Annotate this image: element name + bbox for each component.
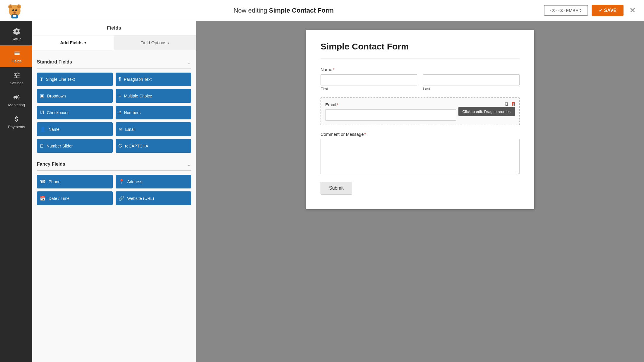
comment-label: Comment or Message* [321, 132, 520, 137]
form-preview-area: Simple Contact Form Name* First Last [196, 21, 644, 362]
sidebar-item-marketing[interactable]: Marketing [0, 89, 32, 111]
comment-textarea[interactable] [321, 139, 520, 174]
chevron-down-icon: ▾ [84, 41, 86, 45]
section-toggle-icon: ⌄ [187, 59, 191, 65]
delete-field-button[interactable]: 🗑 [511, 101, 516, 107]
sidebar-payments-label: Payments [8, 125, 25, 129]
fancy-fields-grid: ☎ Phone 📍 Address 📅 Date / Time 🔗 Websit… [37, 175, 191, 205]
click-to-edit-tooltip: Click to edit. Drag to reorder. [458, 107, 515, 116]
address-icon: 📍 [119, 179, 124, 184]
topbar-actions: </> </> EMBED ✓ SAVE ✕ [544, 5, 638, 16]
sidebar-item-fields[interactable]: Fields [0, 45, 32, 67]
dropdown-icon: ▣ [40, 93, 44, 99]
field-btn-dropdown[interactable]: ▣ Dropdown [37, 89, 113, 103]
fields-panel-title: Fields [32, 21, 196, 35]
paragraph-text-icon: ¶ [119, 77, 121, 82]
field-btn-single-line-text[interactable]: 𝐓 Single Line Text [37, 73, 113, 86]
page-title: Now editing Simple Contact Form [23, 7, 544, 14]
field-btn-date-time[interactable]: 📅 Date / Time [37, 191, 113, 205]
standard-fields-section-header[interactable]: Standard Fields ⌄ [37, 56, 191, 67]
first-name-label: First [321, 87, 417, 91]
field-btn-number-slider[interactable]: ⊟ Number Slider [37, 139, 113, 153]
field-btn-phone[interactable]: ☎ Phone [37, 175, 113, 188]
last-name-input[interactable] [423, 74, 520, 85]
name-row: First Last [321, 74, 520, 91]
sidebar-setup-label: Setup [12, 37, 22, 41]
multiple-choice-icon: ≡ [119, 93, 121, 99]
last-name-col: Last [423, 74, 520, 91]
form-divider [321, 59, 520, 59]
checkboxes-icon: ☑ [40, 110, 44, 115]
section-divider [37, 68, 191, 68]
email-field-actions: ⧉ 🗑 [505, 101, 516, 107]
last-name-label: Last [423, 87, 520, 91]
svg-point-6 [15, 9, 17, 11]
website-icon: 🔗 [119, 195, 124, 201]
first-name-col: First [321, 74, 417, 91]
embed-icon: </> [550, 8, 557, 13]
form-field-name: Name* First Last [321, 67, 520, 91]
sidebar-item-setup[interactable]: Setup [0, 23, 32, 45]
sidebar: Setup Fields Settings Marketing Payments [0, 21, 32, 362]
name-label: Name* [321, 67, 520, 72]
form-field-comment: Comment or Message* [321, 132, 520, 175]
form-card: Simple Contact Form Name* First Last [306, 30, 534, 209]
form-title: Simple Contact Form [321, 42, 520, 52]
number-slider-icon: ⊟ [40, 143, 44, 149]
field-btn-numbers[interactable]: # Numbers [116, 106, 191, 119]
tab-field-options[interactable]: Field Options › [114, 35, 196, 50]
email-label: Email* [325, 102, 515, 107]
fancy-section-toggle-icon: ⌄ [187, 161, 191, 167]
recaptcha-icon: G [119, 143, 122, 149]
topbar: Now editing Simple Contact Form </> </> … [0, 0, 644, 21]
panel-tabs: Add Fields ▾ Field Options › [32, 35, 196, 50]
tab-add-fields[interactable]: Add Fields ▾ [32, 35, 114, 50]
fancy-fields-title: Fancy Fields [37, 162, 65, 167]
phone-icon: ☎ [40, 179, 46, 184]
field-btn-recaptcha[interactable]: G reCAPTCHA [116, 139, 191, 153]
numbers-icon: # [119, 110, 121, 115]
name-icon: 👤 [40, 126, 46, 132]
field-btn-website[interactable]: 🔗 Website (URL) [116, 191, 191, 205]
email-icon: ✉ [119, 126, 122, 132]
app-logo [6, 2, 23, 19]
first-name-input[interactable] [321, 74, 417, 85]
svg-point-4 [17, 5, 20, 8]
field-btn-email[interactable]: ✉ Email [116, 122, 191, 136]
svg-point-3 [9, 5, 12, 8]
sidebar-fields-label: Fields [11, 59, 22, 63]
standard-fields-title: Standard Fields [37, 59, 72, 65]
email-input[interactable] [325, 109, 456, 121]
field-btn-paragraph-text[interactable]: ¶ Paragraph Text [116, 73, 191, 86]
field-btn-multiple-choice[interactable]: ≡ Multiple Choice [116, 89, 191, 103]
svg-point-8 [14, 12, 16, 13]
sidebar-settings-label: Settings [10, 81, 23, 85]
field-btn-name[interactable]: 👤 Name [37, 122, 113, 136]
standard-fields-grid: 𝐓 Single Line Text ¶ Paragraph Text ▣ Dr… [37, 73, 191, 153]
field-btn-address[interactable]: 📍 Address [116, 175, 191, 188]
save-button[interactable]: ✓ SAVE [592, 5, 624, 16]
field-btn-checkboxes[interactable]: ☑ Checkboxes [37, 106, 113, 119]
submit-button[interactable]: Submit [321, 182, 352, 195]
fancy-section-divider [37, 170, 191, 171]
date-time-icon: 📅 [40, 195, 46, 201]
sidebar-item-settings[interactable]: Settings [0, 67, 32, 89]
sidebar-marketing-label: Marketing [8, 103, 25, 107]
fields-panel: Fields Add Fields ▾ Field Options › Stan… [32, 21, 196, 362]
main-layout: Setup Fields Settings Marketing Payments… [0, 21, 644, 362]
svg-point-5 [12, 9, 14, 11]
close-button[interactable]: ✕ [627, 5, 638, 16]
panel-content: Standard Fields ⌄ 𝐓 Single Line Text ¶ P… [32, 50, 196, 362]
copy-field-button[interactable]: ⧉ [505, 101, 508, 107]
embed-button[interactable]: </> </> EMBED [544, 5, 588, 16]
check-icon: ✓ [599, 8, 602, 13]
fancy-fields-section-header[interactable]: Fancy Fields ⌄ [37, 158, 191, 169]
form-field-email[interactable]: ⧉ 🗑 Email* Click to edit. Drag to reorde… [321, 97, 520, 125]
chevron-right-icon: › [168, 41, 169, 45]
single-line-text-icon: 𝐓 [40, 77, 43, 82]
sidebar-item-payments[interactable]: Payments [0, 111, 32, 133]
